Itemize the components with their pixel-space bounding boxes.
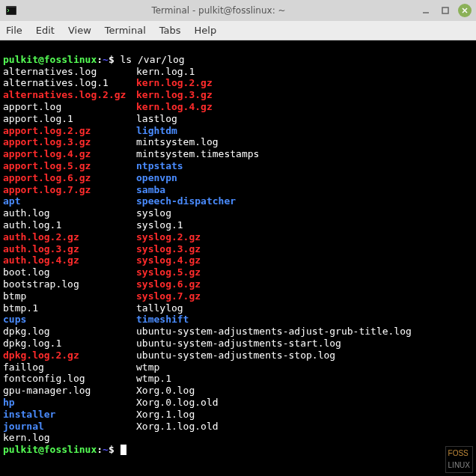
listing-row: kern.log [3, 432, 473, 444]
file-entry: lightdm [136, 125, 473, 137]
listing-row: apport.logkern.log.4.gz [3, 101, 473, 113]
file-entry: apport.log.7.gz [3, 184, 136, 196]
prompt-suffix: $ [109, 444, 120, 455]
listing-row: auth.logsyslog [3, 207, 473, 219]
file-entry: kern.log [3, 432, 136, 444]
listing-row: alternatives.log.1kern.log.2.gz [3, 77, 473, 89]
file-entry: apport.log.1 [3, 113, 136, 125]
listing-row: installerXorg.1.log [3, 409, 473, 421]
maximize-button[interactable] [439, 4, 452, 17]
minimize-button[interactable] [419, 4, 433, 17]
watermark-line2: LINUX [448, 461, 470, 469]
file-entry: auth.log.3.gz [3, 243, 136, 255]
file-entry: speech-dispatcher [136, 195, 473, 207]
file-entry: boot.log [3, 266, 136, 278]
file-entry: apt [3, 195, 136, 207]
file-entry: btmp [3, 290, 136, 302]
file-entry: auth.log [3, 207, 136, 219]
file-entry: installer [3, 409, 136, 421]
file-entry: alternatives.log [3, 66, 136, 78]
file-entry: apport.log.4.gz [3, 148, 136, 160]
file-entry: tallylog [136, 302, 473, 314]
close-button[interactable] [458, 4, 472, 17]
prompt-separator: : [97, 444, 103, 455]
terminal-icon [4, 4, 18, 17]
listing-row: dpkg.log.2.gzubuntu-system-adjustments-s… [3, 350, 473, 361]
menu-file[interactable]: File [6, 25, 22, 36]
watermark-line1: FOSS [448, 449, 469, 457]
file-entry: Xorg.0.log.old [136, 397, 473, 409]
listing-row: btmp.1tallylog [3, 302, 473, 314]
file-entry: openvpn [136, 172, 473, 184]
file-entry: mintsystem.log [136, 136, 473, 148]
file-entry: auth.log.2.gz [3, 231, 136, 243]
file-entry: hp [3, 397, 136, 409]
listing-row: dpkg.logubuntu-system-adjustments-adjust… [3, 326, 473, 338]
listing-row: journalXorg.1.log.old [3, 421, 473, 433]
file-entry: apport.log.6.gz [3, 172, 136, 184]
listing-row: apport.log.5.gzntpstats [3, 160, 473, 172]
file-entry: btmp.1 [3, 302, 136, 314]
terminal-window: Terminal - pulkit@fosslinux: ~ File Edit… [0, 0, 476, 476]
listing-row: btmpsyslog.7.gz [3, 290, 473, 302]
prompt-path: ~ [103, 444, 109, 455]
file-entry: mintsystem.timestamps [136, 148, 473, 160]
file-entry: alternatives.log.1 [3, 77, 136, 89]
file-entry: gpu-manager.log [3, 385, 136, 397]
listing-row: alternatives.logkern.log.1 [3, 66, 473, 78]
file-entry: wtmp.1 [136, 373, 473, 385]
titlebar[interactable]: Terminal - pulkit@fosslinux: ~ [0, 0, 476, 21]
menu-tabs[interactable]: Tabs [159, 25, 181, 36]
listing-row: apport.log.7.gzsamba [3, 184, 473, 196]
listing-row: boot.logsyslog.5.gz [3, 266, 473, 278]
file-entry: journal [3, 421, 136, 433]
listing-row: aptspeech-dispatcher [3, 195, 473, 207]
file-entry: faillog [3, 361, 136, 373]
titlebar-controls [419, 4, 472, 17]
listing-row: gpu-manager.logXorg.0.log [3, 385, 473, 397]
listing-row: bootstrap.logsyslog.6.gz [3, 278, 473, 290]
listing-row: apport.log.2.gzlightdm [3, 125, 473, 137]
listing-row: dpkg.log.1ubuntu-system-adjustments-star… [3, 338, 473, 350]
file-entry: kern.log.1 [136, 66, 473, 78]
menu-edit[interactable]: Edit [36, 25, 55, 36]
svg-rect-3 [442, 7, 448, 13]
menu-help[interactable]: Help [195, 25, 217, 36]
command-text: ls /var/log [120, 54, 185, 65]
prompt-user-host: pulkit@fosslinux [3, 54, 97, 65]
file-entry: ubuntu-system-adjustments-stop.log [136, 350, 473, 361]
terminal-content[interactable]: pulkit@fosslinux:~$ ls /var/log alternat… [0, 40, 476, 476]
file-entry: syslog.4.gz [136, 254, 473, 266]
prompt-suffix: $ [109, 54, 120, 65]
file-entry: syslog.2.gz [136, 231, 473, 243]
file-entry: Xorg.1.log [136, 409, 473, 421]
listing-row: apport.log.3.gzmintsystem.log [3, 136, 473, 148]
file-entry: apport.log.2.gz [3, 125, 136, 137]
listing-row: auth.log.4.gzsyslog.4.gz [3, 254, 473, 266]
cursor [120, 445, 126, 455]
file-entry: dpkg.log.1 [3, 338, 136, 350]
listing-row: alternatives.log.2.gzkern.log.3.gz [3, 89, 473, 101]
file-entry: auth.log.1 [3, 219, 136, 231]
file-listing: alternatives.logkern.log.1alternatives.l… [3, 66, 473, 445]
menu-terminal[interactable]: Terminal [105, 25, 146, 36]
file-entry: Xorg.1.log.old [136, 421, 473, 433]
file-entry: ubuntu-system-adjustments-start.log [136, 338, 473, 350]
file-entry: apport.log.5.gz [3, 160, 136, 172]
file-entry: wtmp [136, 361, 473, 373]
file-entry: dpkg.log.2.gz [3, 350, 136, 361]
menubar: File Edit View Terminal Tabs Help [0, 21, 476, 40]
listing-row: apport.log.1lastlog [3, 113, 473, 125]
listing-row: auth.log.2.gzsyslog.2.gz [3, 231, 473, 243]
file-entry: cups [3, 314, 136, 326]
menu-view[interactable]: View [68, 25, 91, 36]
prompt-separator: : [97, 54, 103, 65]
listing-row: hpXorg.0.log.old [3, 397, 473, 409]
listing-row: auth.log.3.gzsyslog.3.gz [3, 243, 473, 255]
listing-row: faillogwtmp [3, 361, 473, 373]
window-title: Terminal - pulkit@fosslinux: ~ [18, 5, 419, 16]
file-entry: dpkg.log [3, 326, 136, 338]
file-entry: auth.log.4.gz [3, 254, 136, 266]
file-entry: ubuntu-system-adjustments-adjust-grub-ti… [136, 326, 473, 338]
listing-row: auth.log.1syslog.1 [3, 219, 473, 231]
